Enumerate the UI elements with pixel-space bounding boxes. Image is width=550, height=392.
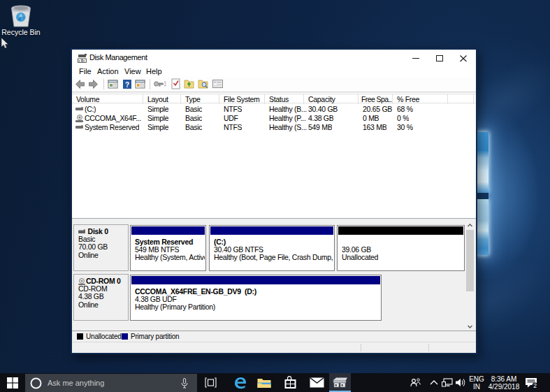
svg-text:2: 2 [533,382,537,389]
svg-text:?: ? [125,81,129,89]
